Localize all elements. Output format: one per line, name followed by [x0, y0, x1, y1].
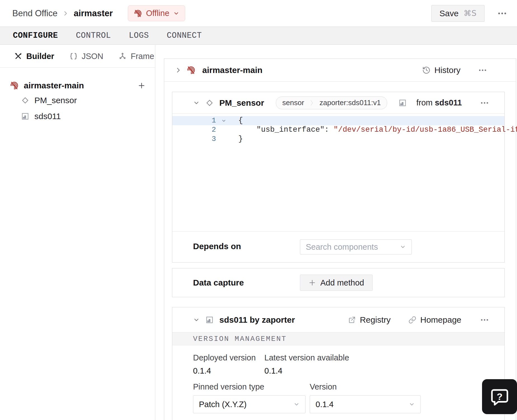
breadcrumb-org[interactable]: Bend Office [12, 8, 57, 18]
view-json[interactable]: JSON [69, 52, 103, 61]
from-module-label: from sds011 [416, 98, 462, 107]
diamond-icon [205, 99, 214, 107]
module-card-sds011: sds011 by zaporter Registry [172, 307, 505, 420]
component-title: PM_sensor [219, 98, 264, 108]
module-title: sds011 by zaporter [219, 315, 295, 325]
tab-control[interactable]: CONTROL [76, 31, 111, 40]
question-bubble-icon: ? [489, 386, 511, 408]
overflow-menu-icon[interactable] [495, 10, 509, 17]
code-text: } [232, 135, 243, 144]
main-tabs: CONFIGURE CONTROL LOGS CONNECT [0, 27, 517, 45]
chevron-down-icon[interactable] [193, 317, 200, 323]
chevron-down-icon [293, 401, 300, 407]
component-type: sensor [276, 98, 310, 107]
history-button[interactable]: History [422, 65, 460, 75]
history-label: History [434, 65, 460, 75]
version-select[interactable]: 0.1.4 [310, 395, 421, 413]
tree-item-pm-sensor[interactable]: PM_sensor [0, 92, 155, 108]
fold-chevron-icon[interactable] [216, 118, 232, 123]
top-bar: Bend Office airmaster Offline Save ⌘S [0, 0, 517, 27]
svg-text:?: ? [497, 391, 502, 402]
deployed-version-value: 0.1.4 [193, 366, 264, 376]
homepage-link[interactable]: Homepage [408, 315, 461, 325]
save-label: Save [440, 9, 459, 18]
view-builder[interactable]: Builder [14, 52, 54, 61]
chevron-down-icon [173, 10, 179, 16]
depends-on-placeholder: Search components [306, 242, 378, 252]
chevron-right-icon [62, 10, 69, 16]
diamond-icon [21, 96, 29, 105]
save-button[interactable]: Save ⌘S [431, 5, 485, 22]
module-icon [205, 316, 214, 324]
homepage-label: Homepage [420, 315, 461, 325]
chevron-down-icon [409, 401, 415, 407]
link-icon [408, 316, 416, 324]
axes-icon [118, 52, 127, 60]
chevron-down-icon[interactable] [193, 100, 200, 106]
deployed-version-label: Deployed version [193, 353, 264, 362]
version-management-header: VERSION MANAGEMENT [172, 332, 504, 345]
chevron-down-icon [400, 244, 406, 250]
add-method-label: Add method [320, 278, 364, 287]
module-card-header: sds011 by zaporter Registry [172, 307, 504, 332]
resource-tree: airmaster-main PM_sensor sds [0, 68, 155, 124]
offline-spiral-icon [10, 81, 19, 90]
view-frame[interactable]: Frame [118, 52, 154, 61]
registry-link[interactable]: Registry [348, 315, 391, 325]
latest-version-value: 0.1.4 [264, 366, 283, 376]
component-model: zaporter:sds011:v1 [313, 98, 387, 107]
save-shortcut: ⌘S [464, 9, 476, 18]
component-type-pill: sensor zaporter:sds011:v1 [276, 96, 387, 109]
component-menu-icon[interactable] [478, 99, 491, 107]
add-resource-icon[interactable] [138, 82, 145, 89]
code-line[interactable]: 3 } [172, 135, 504, 144]
tree-child-label: PM_sensor [34, 96, 77, 105]
config-content: airmaster-main History [155, 45, 517, 420]
depends-on-select[interactable]: Search components [300, 239, 412, 254]
config-sidebar: Builder JSON [0, 45, 155, 420]
pinned-version-type-value: Patch (X.Y.Z) [199, 400, 246, 409]
view-json-label: JSON [82, 52, 103, 61]
part-card-header: airmaster-main History [164, 59, 516, 82]
pinned-version-type-select[interactable]: Patch (X.Y.Z) [193, 395, 306, 413]
view-frame-label: Frame [131, 52, 154, 61]
tree-child-label: sds011 [34, 112, 61, 121]
pinned-version-type-label: Pinned version type [193, 382, 310, 391]
code-line[interactable]: 1 { [172, 116, 504, 125]
pill-divider-icon [310, 97, 313, 109]
view-builder-label: Builder [26, 52, 54, 61]
tree-item-sds011[interactable]: sds011 [0, 108, 155, 124]
chevron-right-icon[interactable] [175, 67, 182, 74]
machine-part-card: airmaster-main History [164, 58, 516, 420]
status-label: Offline [146, 9, 169, 18]
add-method-button[interactable]: Add method [300, 275, 373, 291]
depends-on-label: Depends on [193, 239, 300, 262]
machine-status-badge[interactable]: Offline [128, 5, 185, 21]
code-text: "usb_interface": "/dev/serial/by-id/usb-… [232, 125, 517, 135]
module-menu-icon[interactable] [478, 316, 491, 324]
breadcrumb-machine: airmaster [74, 8, 113, 18]
offline-spiral-icon [187, 66, 196, 75]
tab-connect[interactable]: CONNECT [167, 31, 202, 40]
external-link-icon [348, 316, 356, 324]
tab-configure[interactable]: CONFIGURE [13, 31, 58, 40]
tree-item-airmaster-main[interactable]: airmaster-main [0, 79, 155, 92]
view-switcher: Builder JSON [0, 45, 155, 68]
registry-label: Registry [360, 315, 391, 325]
code-line[interactable]: 2 "usb_interface": "/dev/serial/by-id/us… [172, 125, 504, 135]
code-text: { [232, 116, 243, 125]
part-card-body: PM_sensor sensor zaporter:sds011:v1 from… [164, 82, 516, 420]
data-capture-label: Data capture [193, 278, 300, 287]
version-label: Version [310, 382, 337, 391]
line-number: 1 [172, 116, 216, 125]
attributes-json-editor[interactable]: 1 { 2 "usb_interface": "/dev/serial/by-i… [172, 114, 504, 231]
part-menu-icon[interactable] [476, 67, 489, 74]
tab-logs[interactable]: LOGS [129, 31, 149, 40]
wifi-off-icon [134, 9, 142, 18]
braces-icon [69, 52, 78, 60]
component-card-pm-sensor: PM_sensor sensor zaporter:sds011:v1 from… [172, 92, 505, 263]
help-button[interactable]: ? [482, 379, 517, 414]
data-capture-card: Data capture Add method [172, 268, 505, 297]
line-number: 3 [172, 135, 216, 144]
line-number: 2 [172, 125, 216, 135]
